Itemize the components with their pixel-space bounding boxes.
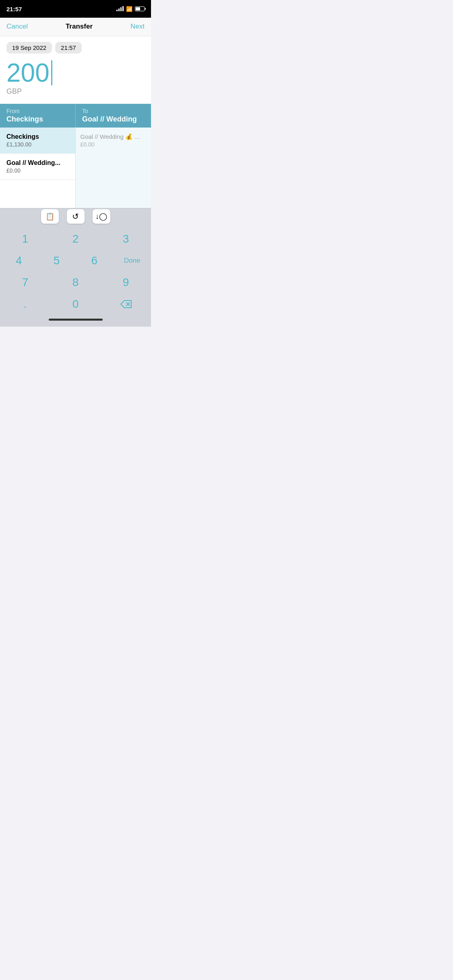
wifi-icon: 📶 (126, 6, 132, 12)
account-name: Goal // Wedding 💰 ... (81, 133, 147, 140)
amount-cursor (51, 60, 52, 85)
keyboard-row-2: 4 5 6 Done (0, 250, 151, 272)
key-1[interactable]: 1 (0, 228, 50, 250)
account-balance: £1,130.00 (6, 141, 69, 148)
date-chip[interactable]: 19 Sep 2022 (6, 42, 52, 54)
done-button[interactable]: Done (113, 250, 151, 272)
account-lists: Checkings £1,130.00 Goal // Wedding... £… (0, 128, 151, 208)
keyboard-row-4: . 0 (0, 293, 151, 315)
date-time-row: 19 Sep 2022 21:57 (0, 36, 151, 57)
account-balance: £0.00 (6, 167, 69, 174)
key-3[interactable]: 3 (101, 228, 151, 250)
account-name: Goal // Wedding... (6, 159, 69, 167)
toolbar-refresh-button[interactable]: ↺ (67, 209, 85, 224)
home-indicator (0, 315, 151, 327)
status-time: 21:57 (6, 6, 22, 12)
amount-display: 200 (6, 60, 145, 86)
amount-currency: GBP (6, 87, 145, 96)
list-icon: 📋 (46, 212, 54, 221)
home-bar (49, 319, 103, 321)
key-5[interactable]: 5 (38, 250, 76, 272)
refresh-icon: ↺ (72, 212, 79, 221)
list-item[interactable]: Goal // Wedding... £0.00 (0, 154, 75, 180)
from-account: Checkings (6, 115, 69, 124)
keyboard-toolbar: 📋 ↺ ↓◯ (0, 208, 151, 225)
key-2[interactable]: 2 (50, 228, 101, 250)
page-title: Transfer (66, 23, 93, 31)
list-item[interactable]: Checkings £1,130.00 (0, 128, 75, 154)
key-4[interactable]: 4 (0, 250, 38, 272)
status-bar: 21:57 📶 (0, 0, 151, 18)
key-6[interactable]: 6 (76, 250, 114, 272)
key-backspace[interactable] (101, 293, 151, 315)
from-label: From (6, 108, 69, 114)
toolbar-download-button[interactable]: ↓◯ (93, 209, 110, 224)
transfer-selector: From Checkings To Goal // Wedding (0, 104, 151, 128)
signal-icon (116, 6, 124, 11)
keyboard-row-3: 7 8 9 (0, 272, 151, 293)
key-0[interactable]: 0 (50, 293, 101, 315)
toolbar-list-button[interactable]: 📋 (41, 209, 59, 224)
status-icons: 📶 (116, 6, 145, 12)
next-button[interactable]: Next (130, 23, 145, 31)
numeric-keyboard: 1 2 3 4 5 6 Done 7 8 (0, 225, 151, 315)
from-column[interactable]: From Checkings (0, 104, 76, 128)
list-item[interactable]: Goal // Wedding 💰 ... £0.00 (76, 128, 151, 153)
to-account: Goal // Wedding (82, 115, 145, 124)
to-column[interactable]: To Goal // Wedding (76, 104, 151, 128)
key-9[interactable]: 9 (101, 272, 151, 293)
key-8[interactable]: 8 (50, 272, 101, 293)
amount-value: 200 (6, 60, 50, 86)
nav-bar: Cancel Transfer Next (0, 18, 151, 36)
cancel-button[interactable]: Cancel (6, 23, 28, 31)
key-decimal[interactable]: . (0, 293, 50, 315)
download-icon: ↓◯ (95, 212, 107, 221)
account-name: Checkings (6, 133, 69, 140)
keyboard-row-1: 1 2 3 (0, 228, 151, 250)
accounts-right: Goal // Wedding 💰 ... £0.00 (76, 128, 151, 208)
account-balance: £0.00 (81, 141, 147, 148)
accounts-left: Checkings £1,130.00 Goal // Wedding... £… (0, 128, 76, 208)
time-chip[interactable]: 21:57 (55, 42, 82, 54)
key-7[interactable]: 7 (0, 272, 50, 293)
amount-area: 200 GBP (0, 57, 151, 104)
to-label: To (82, 108, 145, 114)
backspace-icon (120, 300, 132, 309)
battery-icon (135, 6, 145, 11)
